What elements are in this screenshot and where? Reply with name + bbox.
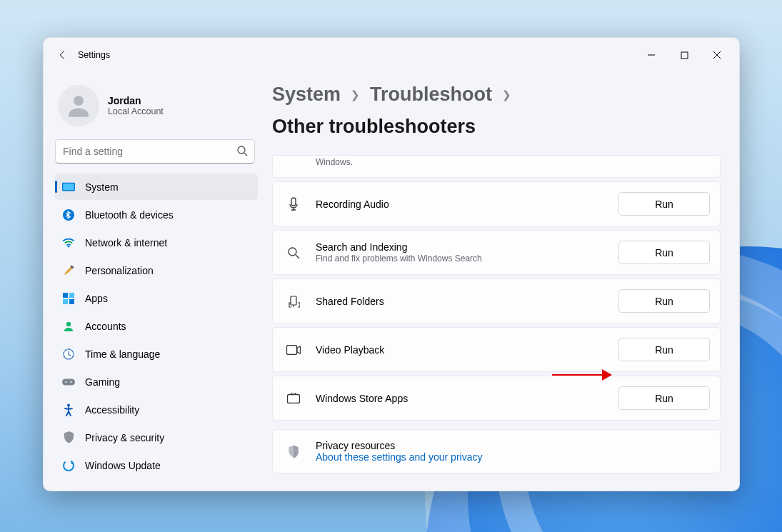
crumb-troubleshoot[interactable]: Troubleshoot — [370, 84, 492, 106]
nav-label: System — [85, 181, 119, 193]
sidebar-item-update[interactable]: Windows Update — [55, 452, 258, 478]
troubleshooter-card-windows-store-apps: Windows Store AppsRun — [272, 376, 721, 421]
nav-label: Network & internet — [85, 237, 167, 249]
back-button[interactable] — [49, 42, 75, 68]
card-title: Recording Audio — [316, 199, 604, 210]
apps-icon — [62, 292, 75, 305]
sidebar-item-bluetooth[interactable]: Bluetooth & devices — [55, 201, 258, 228]
card-subtitle: Find and fix problems with Windows Searc… — [316, 254, 604, 264]
card-subtitle: Windows. — [286, 156, 604, 167]
svg-rect-6 — [63, 184, 74, 190]
card-title: Search and Indexing — [316, 241, 604, 253]
nav-list: SystemBluetooth & devicesNetwork & inter… — [55, 174, 258, 478]
svg-rect-10 — [63, 293, 68, 298]
main-content: System ❯ Troubleshoot ❯ Other troublesho… — [265, 72, 739, 491]
bt-icon — [62, 209, 75, 221]
card-title: Shared Folders — [316, 296, 604, 307]
svg-rect-26 — [287, 345, 297, 354]
mic-icon — [286, 197, 301, 211]
sidebar-item-time[interactable]: Time & language — [55, 341, 258, 367]
run-button[interactable]: Run — [618, 241, 710, 264]
shield-icon — [286, 443, 301, 459]
svg-rect-11 — [69, 293, 74, 298]
gamepad-icon — [62, 376, 75, 388]
sidebar: Jordan Local Account SystemBluetooth & d… — [44, 72, 265, 491]
run-button[interactable]: Run — [618, 289, 710, 313]
troubleshooter-card-partial: Windows. — [272, 155, 721, 178]
run-button[interactable]: Run — [618, 338, 710, 361]
search-icon — [236, 145, 248, 156]
svg-line-24 — [296, 255, 299, 259]
search-box — [55, 139, 255, 164]
svg-point-7 — [63, 209, 74, 221]
sidebar-item-privacy[interactable]: Privacy & security — [55, 424, 258, 451]
chevron-right-icon: ❯ — [502, 89, 511, 101]
sidebar-item-network[interactable]: Network & internet — [55, 229, 258, 256]
nav-label: Accounts — [85, 321, 126, 332]
svg-rect-1 — [681, 52, 688, 59]
svg-rect-27 — [288, 395, 300, 403]
maximize-button[interactable] — [668, 44, 701, 66]
wifi-icon — [62, 236, 75, 249]
sidebar-item-accounts[interactable]: Accounts — [55, 313, 258, 339]
nav-label: Personalization — [85, 265, 154, 276]
troubleshooter-card-shared-folders: Shared FoldersRun — [272, 278, 721, 323]
sidebar-item-accessibility[interactable]: Accessibility — [55, 396, 258, 423]
card-title: Windows Store Apps — [316, 393, 604, 404]
nav-label: Windows Update — [85, 460, 161, 471]
user-type: Local Account — [108, 106, 164, 116]
sidebar-item-apps[interactable]: Apps — [55, 285, 258, 311]
svg-rect-12 — [63, 299, 68, 304]
card-title: Video Playback — [316, 344, 604, 356]
privacy-link[interactable]: About these settings and your privacy — [316, 451, 710, 463]
svg-rect-25 — [291, 296, 296, 305]
nav-label: Apps — [85, 293, 108, 304]
account-icon — [62, 320, 75, 333]
system-icon — [62, 181, 75, 194]
run-button[interactable]: Run — [618, 386, 710, 410]
user-block[interactable]: Jordan Local Account — [55, 78, 258, 139]
svg-rect-17 — [62, 378, 75, 385]
update-icon — [62, 459, 75, 472]
minimize-button[interactable] — [635, 44, 668, 66]
nav-label: Bluetooth & devices — [85, 209, 174, 221]
svg-point-8 — [68, 245, 70, 247]
svg-point-3 — [238, 146, 245, 154]
window-title: Settings — [78, 50, 110, 60]
close-button[interactable] — [701, 44, 733, 66]
nav-label: Accessibility — [85, 404, 139, 416]
privacy-resources-card[interactable]: Privacy resources About these settings a… — [272, 429, 721, 473]
crumb-system[interactable]: System — [272, 84, 341, 106]
run-button[interactable]: Run — [618, 192, 710, 216]
troubleshooter-card-search-indexing: Search and IndexingFind and fix problems… — [272, 230, 721, 275]
brush-icon — [62, 264, 75, 277]
sidebar-item-personalization[interactable]: Personalization — [55, 257, 258, 283]
svg-rect-13 — [69, 299, 74, 304]
nav-label: Time & language — [85, 348, 160, 360]
svg-point-2 — [74, 96, 84, 106]
search-input[interactable] — [55, 139, 255, 164]
svg-point-23 — [289, 248, 296, 256]
avatar-icon — [58, 85, 99, 126]
breadcrumb: System ❯ Troubleshoot ❯ Other troublesho… — [272, 84, 721, 138]
nav-label: Privacy & security — [85, 432, 164, 443]
svg-point-21 — [64, 461, 74, 471]
titlebar: Settings — [44, 38, 739, 72]
access-icon — [62, 403, 75, 416]
svg-rect-22 — [291, 198, 296, 206]
search-icon — [286, 246, 301, 259]
troubleshooter-card-video-playback: Video PlaybackRun — [272, 327, 721, 372]
sidebar-item-system[interactable]: System — [55, 174, 258, 200]
shield-icon — [62, 431, 75, 444]
troubleshooter-card-recording-audio: Recording AudioRun — [272, 181, 721, 226]
folder-icon — [286, 295, 301, 308]
crumb-current: Other troubleshooters — [272, 116, 476, 138]
video-icon — [286, 345, 301, 355]
svg-point-19 — [71, 381, 72, 382]
svg-point-18 — [65, 381, 66, 382]
user-name: Jordan — [108, 95, 164, 106]
svg-point-14 — [66, 321, 71, 326]
store-icon — [286, 393, 301, 403]
sidebar-item-gaming[interactable]: Gaming — [55, 368, 258, 395]
clock-icon — [62, 348, 75, 361]
